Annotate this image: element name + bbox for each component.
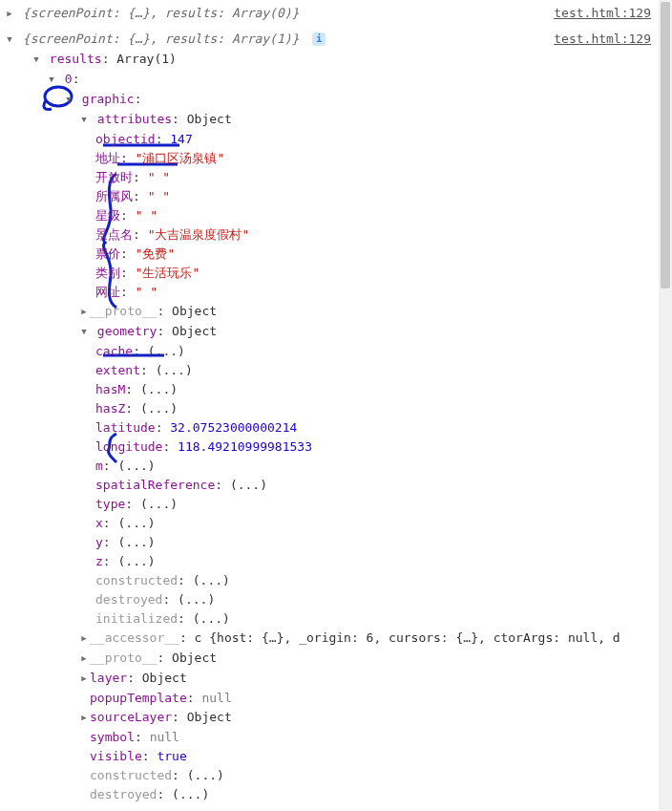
expand-toggle[interactable]	[46, 70, 57, 90]
property-key: extent	[95, 363, 140, 377]
property-key: __proto__	[90, 304, 157, 318]
expand-toggle[interactable]	[78, 302, 90, 322]
property-key: 网址	[95, 285, 120, 299]
expand-toggle[interactable]	[78, 669, 90, 689]
getter-ellipsis[interactable]: (...)	[140, 401, 178, 416]
getter-ellipsis[interactable]: (...)	[140, 497, 178, 511]
tree-row[interactable]: 票价: "免费"	[4, 245, 672, 264]
getter-ellipsis[interactable]: (...)	[193, 573, 230, 587]
getter-ellipsis[interactable]: (...)	[140, 382, 178, 396]
getter-ellipsis[interactable]: (...)	[193, 611, 230, 626]
tree-row[interactable]: m: (...)	[4, 457, 672, 476]
property-key: z	[95, 554, 103, 568]
tree-row[interactable]: constructed: (...)	[4, 571, 672, 590]
property-key: cache	[95, 344, 133, 358]
expand-toggle[interactable]	[63, 90, 74, 110]
property-value: null	[201, 691, 231, 705]
tree-row[interactable]: visible: true	[4, 747, 672, 766]
tree-row[interactable]: extent: (...)	[4, 361, 672, 380]
expand-toggle[interactable]	[78, 110, 90, 130]
tree-row-graphic[interactable]: graphic:	[4, 90, 672, 110]
property-key: __accessor__	[90, 630, 179, 645]
getter-ellipsis[interactable]: (...)	[148, 344, 185, 358]
getter-ellipsis[interactable]: (...)	[117, 516, 155, 530]
property-key: visible	[90, 749, 142, 763]
tree-row[interactable]: popupTemplate: null	[4, 689, 672, 708]
property-value: Object	[172, 651, 217, 665]
tree-row-proto[interactable]: __proto__: Object	[4, 302, 672, 322]
property-key: attributes	[97, 112, 172, 126]
property-value: 147	[170, 132, 192, 146]
expand-toggle[interactable]	[78, 629, 90, 649]
getter-ellipsis[interactable]: (...)	[156, 363, 193, 377]
tree-row-proto[interactable]: __proto__: Object	[4, 649, 672, 669]
getter-ellipsis[interactable]: (...)	[117, 554, 155, 568]
tree-row[interactable]: hasZ: (...)	[4, 399, 672, 418]
property-key: initialized	[95, 611, 178, 626]
property-key: graphic	[82, 92, 135, 106]
tree-row[interactable]: 网址: " "	[4, 283, 672, 302]
property-value: 32.07523000000214	[170, 420, 297, 435]
getter-ellipsis[interactable]: (...)	[230, 478, 267, 492]
log-entry-expanded-header[interactable]: {screenPoint: {…}, results: Array(1)} i	[4, 30, 672, 50]
property-key: 开放时	[95, 170, 133, 184]
tree-row[interactable]: longitude: 118.49210999981533	[4, 438, 672, 457]
expand-toggle[interactable]	[31, 50, 42, 70]
info-icon[interactable]: i	[312, 32, 326, 46]
expand-toggle[interactable]	[4, 4, 15, 24]
getter-ellipsis[interactable]: (...)	[172, 787, 209, 801]
tree-row-accessor[interactable]: __accessor__: c {host: {…}, _origin: 6, …	[4, 629, 672, 649]
log-entry-collapsed[interactable]: test.html:129 {screenPoint: {…}, results…	[4, 4, 672, 24]
tree-row[interactable]: 开放时: " "	[4, 168, 672, 187]
tree-row[interactable]: destroyed: (...)	[4, 590, 672, 609]
tree-row[interactable]: x: (...)	[4, 514, 672, 533]
tree-row[interactable]: 类别: "生活玩乐"	[4, 264, 672, 283]
property-key: popupTemplate	[90, 691, 187, 705]
tree-row-sourcelayer[interactable]: sourceLayer: Object	[4, 708, 672, 728]
property-key: 所属风	[95, 189, 133, 203]
property-value: Object	[187, 112, 232, 126]
expand-toggle[interactable]	[78, 649, 90, 669]
tree-row[interactable]: constructed: (...)	[4, 766, 672, 785]
tree-row[interactable]: y: (...)	[4, 533, 672, 552]
tree-row[interactable]: objectid: 147	[4, 130, 672, 149]
property-value: Object	[187, 710, 232, 724]
property-key: 类别	[95, 266, 120, 280]
property-key: m	[95, 459, 103, 473]
expand-toggle[interactable]	[4, 30, 15, 50]
property-key: destroyed	[95, 592, 162, 607]
expand-toggle[interactable]	[78, 322, 90, 342]
getter-ellipsis[interactable]: (...)	[187, 768, 224, 782]
expand-toggle[interactable]	[78, 708, 90, 728]
property-value: "浦口区汤泉镇"	[136, 151, 225, 165]
tree-row[interactable]: z: (...)	[4, 552, 672, 571]
tree-row[interactable]: hasM: (...)	[4, 380, 672, 399]
tree-row[interactable]: 地址: "浦口区汤泉镇"	[4, 149, 672, 168]
source-link[interactable]: test.html:129	[554, 4, 651, 23]
getter-ellipsis[interactable]: (...)	[117, 535, 155, 549]
tree-row[interactable]: type: (...)	[4, 495, 672, 514]
property-value: " "	[148, 189, 170, 203]
property-key: objectid	[95, 132, 156, 146]
tree-row[interactable]: 景点名: "大吉温泉度假村"	[4, 225, 672, 245]
tree-row-attributes[interactable]: attributes: Object	[4, 110, 672, 130]
getter-ellipsis[interactable]: (...)	[117, 459, 155, 473]
property-key: geometry	[97, 324, 158, 338]
property-key: sourceLayer	[90, 710, 172, 724]
tree-row[interactable]: destroyed: (...)	[4, 785, 672, 804]
property-key: 地址	[95, 151, 120, 165]
getter-ellipsis[interactable]: (...)	[178, 592, 215, 607]
tree-row-results[interactable]: results: Array(1)	[4, 50, 672, 70]
property-key: destroyed	[90, 787, 157, 801]
tree-row[interactable]: initialized: (...)	[4, 609, 672, 629]
property-key: y	[95, 535, 103, 549]
tree-row[interactable]: spatialReference: (...)	[4, 476, 672, 495]
tree-row[interactable]: 星级: " "	[4, 206, 672, 225]
tree-row[interactable]: cache: (...)	[4, 342, 672, 361]
tree-row-geometry[interactable]: geometry: Object	[4, 322, 672, 342]
tree-row[interactable]: 所属风: " "	[4, 187, 672, 206]
tree-row[interactable]: latitude: 32.07523000000214	[4, 418, 672, 438]
tree-row[interactable]: symbol: null	[4, 728, 672, 747]
tree-row-index-0[interactable]: 0:	[4, 70, 672, 90]
tree-row-layer[interactable]: layer: Object	[4, 669, 672, 689]
